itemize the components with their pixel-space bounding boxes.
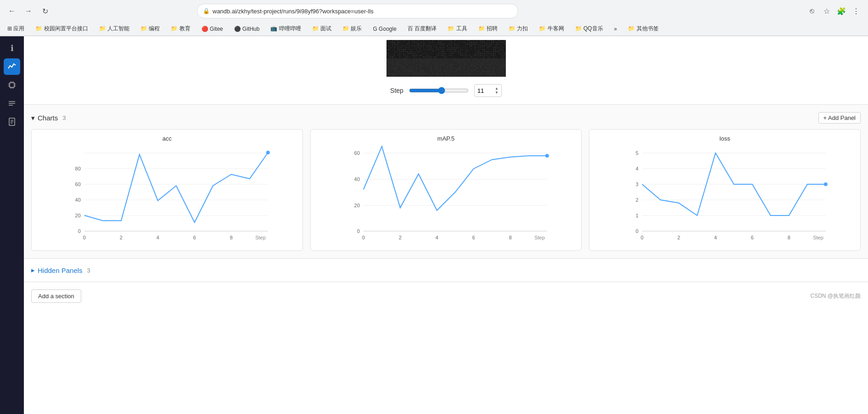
forward-button[interactable]: → — [22, 5, 35, 17]
step-label: Step — [390, 87, 403, 94]
sidebar-icon-doc[interactable] — [4, 113, 20, 130]
add-panel-label: + Add Panel — [823, 114, 856, 121]
browser-toolbar: ← → ↻ 🔒 wandb.ai/zkhy/test-project/runs/… — [0, 0, 868, 22]
share-button[interactable]: ⎋ — [806, 5, 818, 17]
bookmark-button[interactable]: ☆ — [820, 5, 833, 17]
svg-text:8: 8 — [788, 235, 790, 240]
svg-text:20: 20 — [75, 213, 81, 218]
charts-title-text: Charts — [38, 114, 58, 122]
bookmark-github[interactable]: ⚫ GitHub — [232, 25, 262, 33]
svg-text:0: 0 — [636, 228, 638, 234]
bookmark-fun[interactable]: 📁 娱乐 — [341, 24, 364, 34]
bookmark-code[interactable]: 📁 编程 — [139, 24, 162, 34]
svg-text:4: 4 — [714, 235, 717, 240]
bookmark-nowcoder[interactable]: 📁 牛客网 — [537, 24, 566, 34]
svg-text:0: 0 — [357, 228, 359, 234]
chart-card-loss: loss 0 1 2 3 4 — [589, 129, 861, 251]
add-panel-button[interactable]: + Add Panel — [818, 112, 861, 124]
bookmark-tools[interactable]: 📁 工具 — [446, 24, 469, 34]
svg-point-67 — [824, 182, 828, 186]
svg-text:8: 8 — [230, 235, 233, 240]
main-content: Step 11 ▲▼ Charts 3 + Add Panel — [24, 36, 868, 414]
svg-text:0: 0 — [83, 235, 86, 240]
bookmark-campus[interactable]: 📁 校园闲置平台接口 — [34, 24, 90, 34]
bookmarks-bar: ⊞ 应用 📁 校园闲置平台接口 📁 人工智能 📁 编程 📁 教育 🔴 Gitee… — [0, 22, 868, 36]
chart-svg-acc: 0 20 40 60 80 0 2 4 6 8 Step — [35, 144, 299, 245]
svg-text:2: 2 — [636, 197, 638, 203]
sidebar-icon-log[interactable] — [4, 95, 20, 112]
bookmark-more[interactable]: » — [612, 25, 619, 33]
menu-button[interactable]: ⋮ — [850, 5, 862, 17]
add-section-area: Add a section CSDN @执笔画红颜 — [24, 282, 868, 310]
charts-grid: acc 0 20 40 60 80 — [31, 129, 861, 251]
bookmark-leetcode[interactable]: 📁 力扣 — [507, 24, 530, 34]
sidebar-icon-system[interactable] — [4, 77, 20, 93]
reload-button[interactable]: ↻ — [39, 5, 51, 17]
url-text: wandb.ai/zkhy/test-project/runs/9i98yf96… — [213, 8, 374, 15]
charts-collapse-icon — [31, 114, 35, 122]
svg-text:2: 2 — [398, 235, 401, 240]
chip-icon — [7, 80, 17, 90]
doc-icon — [7, 117, 17, 126]
hidden-panels-section: Hidden Panels 3 — [24, 259, 868, 282]
charts-section-title[interactable]: Charts 3 — [31, 114, 66, 122]
svg-text:40: 40 — [75, 197, 81, 203]
svg-text:5: 5 — [636, 150, 638, 156]
hidden-panels-count: 3 — [87, 267, 90, 274]
step-slider[interactable] — [409, 87, 469, 94]
watermark-text: CSDN @执笔画红颜 — [810, 292, 861, 300]
hidden-panels-expand-icon — [31, 266, 35, 274]
bookmark-gitee[interactable]: 🔴 Gitee — [200, 25, 225, 33]
chart-card-map5: mAP.5 0 20 40 60 0 2 — [310, 129, 582, 251]
browser-chrome: ← → ↻ 🔒 wandb.ai/zkhy/test-project/runs/… — [0, 0, 868, 36]
chart-card-acc: acc 0 20 40 60 80 — [31, 129, 303, 251]
step-input[interactable]: 11 ▲▼ — [474, 84, 502, 97]
svg-text:0: 0 — [362, 235, 364, 240]
bookmark-ai[interactable]: 📁 人工智能 — [97, 24, 131, 34]
svg-text:4: 4 — [435, 235, 438, 240]
log-icon — [7, 99, 17, 108]
hidden-panels-text: Hidden Panels — [38, 267, 83, 274]
svg-text:2: 2 — [678, 235, 680, 240]
bookmark-apps[interactable]: ⊞ 应用 — [6, 24, 26, 34]
svg-text:4: 4 — [157, 235, 159, 240]
svg-rect-0 — [10, 83, 14, 87]
chart-title-acc: acc — [35, 135, 299, 142]
svg-text:80: 80 — [75, 166, 81, 171]
chart-title-map5: mAP.5 — [314, 135, 578, 142]
address-bar[interactable]: 🔒 wandb.ai/zkhy/test-project/runs/9i98yf… — [197, 4, 518, 18]
section-header: Charts 3 + Add Panel — [31, 112, 861, 124]
chart-svg-map5: 0 20 40 60 0 2 4 6 8 Step — [314, 144, 578, 245]
bookmark-other[interactable]: 📁 其他书签 — [626, 24, 660, 34]
bookmark-qqmusic[interactable]: 📁 QQ音乐 — [573, 24, 605, 34]
svg-text:60: 60 — [75, 181, 81, 187]
chart-icon — [7, 62, 17, 71]
bookmark-bili[interactable]: 📺 哔哩哔哩 — [269, 24, 302, 34]
sidebar-icon-info[interactable]: ℹ — [4, 40, 20, 57]
svg-text:0: 0 — [641, 235, 644, 240]
bookmark-interview[interactable]: 📁 面试 — [310, 24, 333, 34]
media-image — [386, 40, 506, 77]
svg-text:6: 6 — [193, 235, 196, 240]
bookmark-jobs[interactable]: 📁 招聘 — [476, 24, 499, 34]
svg-text:4: 4 — [636, 166, 638, 171]
svg-text:0: 0 — [78, 228, 81, 234]
sidebar: ℹ — [0, 36, 24, 414]
add-section-button[interactable]: Add a section — [31, 289, 81, 303]
svg-text:2: 2 — [120, 235, 123, 240]
chart-title-loss: loss — [593, 135, 857, 142]
top-section: Step 11 ▲▼ — [24, 36, 868, 105]
app-layout: ℹ — [0, 36, 868, 414]
charts-section: Charts 3 + Add Panel acc — [24, 105, 868, 259]
hidden-panels-title[interactable]: Hidden Panels 3 — [31, 266, 861, 274]
svg-point-33 — [266, 151, 270, 154]
extensions-button[interactable]: 🧩 — [835, 5, 848, 17]
bookmark-google[interactable]: G Google — [371, 25, 398, 33]
browser-actions: ⎋ ☆ 🧩 ⋮ — [806, 5, 862, 17]
svg-text:60: 60 — [354, 150, 359, 156]
bookmark-edu[interactable]: 📁 教育 — [169, 24, 192, 34]
sidebar-icon-chart[interactable] — [4, 58, 20, 75]
bookmark-baidu[interactable]: 百 百度翻译 — [406, 24, 438, 34]
back-button[interactable]: ← — [6, 5, 18, 17]
svg-text:8: 8 — [509, 235, 511, 240]
